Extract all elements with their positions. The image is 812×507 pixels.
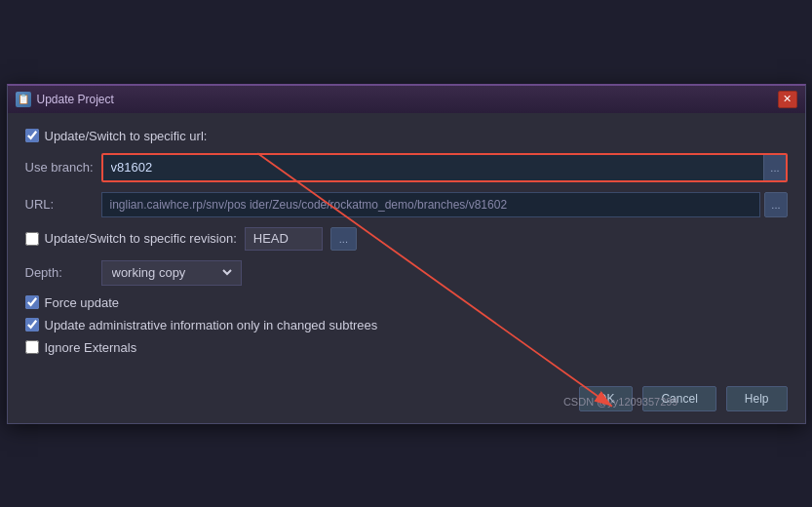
depth-row: Depth: working copy infinity immediate c… [25,260,788,286]
revision-label: Update/Switch to specific revision: [45,231,237,246]
admin-info-text: Update administrative information only i… [45,318,378,332]
url-input[interactable] [101,192,761,217]
use-branch-row: Use branch: ... [25,153,788,182]
force-update-text: Force update [45,295,120,310]
help-button[interactable]: Help [726,386,788,411]
switch-url-row: Update/Switch to specific url: [25,129,788,143]
admin-info-row: Update administrative information only i… [25,318,788,332]
revision-browse-button[interactable]: ... [330,227,357,251]
revision-input[interactable] [245,227,323,251]
ignore-externals-text: Ignore Externals [45,340,137,355]
admin-info-label[interactable]: Update administrative information only i… [25,318,378,332]
window-icon: 📋 [16,92,31,107]
ignore-externals-row: Ignore Externals [25,340,788,355]
revision-row: Update/Switch to specific revision: ... [25,227,788,251]
branch-input-container: ... [101,153,788,182]
force-update-label[interactable]: Force update [25,295,120,310]
revision-checkbox-label[interactable]: Update/Switch to specific revision: [25,231,237,246]
depth-select-container[interactable]: working copy infinity immediate children… [101,260,242,286]
force-update-checkbox[interactable] [25,295,39,309]
watermark: CSDN @yy1209357299 [563,396,678,408]
branch-input[interactable] [103,155,764,180]
url-container: ... [101,192,788,217]
window-title: Update Project [37,93,114,106]
title-bar-left: 📋 Update Project [16,92,114,107]
switch-url-label: Update/Switch to specific url: [45,129,208,143]
content-area: Update/Switch to specific url: Use branc… [8,113,805,378]
switch-url-checkbox[interactable] [25,129,39,142]
title-bar: 📋 Update Project ✕ [8,86,805,113]
depth-label: Depth: [25,265,94,280]
force-update-row: Force update [25,295,788,310]
use-branch-label: Use branch: [25,160,94,175]
footer: CSDN @yy1209357299 OK Cancel Help [8,378,805,423]
switch-url-checkbox-label[interactable]: Update/Switch to specific url: [25,129,208,143]
branch-browse-button[interactable]: ... [763,155,785,180]
ignore-externals-checkbox[interactable] [25,340,39,354]
url-label: URL: [25,197,94,212]
url-row: URL: ... [25,192,788,217]
ignore-externals-label[interactable]: Ignore Externals [25,340,137,355]
admin-info-checkbox[interactable] [25,318,39,332]
window-wrapper: 📋 Update Project ✕ Update/Switch to spec… [7,84,806,424]
url-browse-button[interactable]: ... [764,192,787,217]
update-project-window: 📋 Update Project ✕ Update/Switch to spec… [7,84,806,424]
revision-checkbox[interactable] [25,232,39,246]
depth-select[interactable]: working copy infinity immediate children… [108,264,235,281]
close-button[interactable]: ✕ [778,91,797,108]
